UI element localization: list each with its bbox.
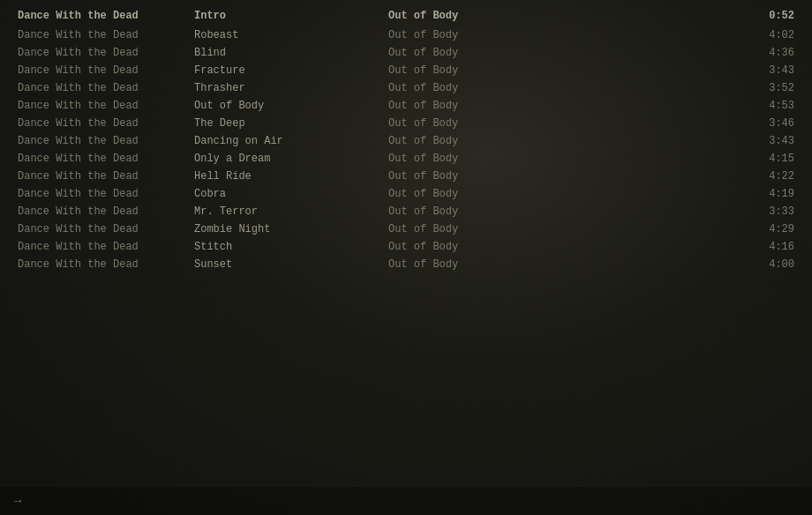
track-duration: 4:29: [741, 222, 794, 236]
track-album: Out of Body: [388, 46, 741, 60]
track-list: Dance With the Dead Intro Out of Body 0:…: [0, 0, 812, 280]
track-duration: 4:02: [741, 28, 794, 42]
track-title: Mr. Terror: [194, 205, 388, 219]
track-duration: 4:53: [741, 99, 794, 113]
track-title: The Deep: [194, 116, 388, 131]
track-row[interactable]: Dance With the Dead Mr. Terror Out of Bo…: [0, 203, 812, 220]
track-row[interactable]: Dance With the Dead Zombie Night Out of …: [0, 220, 812, 238]
bottom-bar: →: [0, 487, 812, 515]
track-artist: Dance With the Dead: [18, 169, 194, 183]
track-title: Blind: [194, 46, 388, 60]
track-row[interactable]: Dance With the Dead Out of Body Out of B…: [0, 97, 812, 115]
track-duration: 3:33: [741, 205, 794, 219]
track-artist: Dance With the Dead: [18, 152, 194, 166]
track-title: Out of Body: [194, 99, 388, 113]
arrow-icon: →: [14, 494, 21, 508]
track-artist: Dance With the Dead: [18, 134, 194, 148]
track-album: Out of Body: [388, 152, 741, 166]
track-row[interactable]: Dance With the Dead The Deep Out of Body…: [0, 115, 812, 132]
track-title: Fracture: [194, 63, 388, 78]
header-duration: 0:52: [741, 9, 794, 23]
track-row[interactable]: Dance With the Dead Only a Dream Out of …: [0, 150, 812, 168]
header-artist: Dance With the Dead: [18, 9, 194, 23]
track-title: Stitch: [194, 240, 388, 254]
track-album: Out of Body: [388, 169, 741, 183]
track-artist: Dance With the Dead: [18, 63, 194, 78]
track-album: Out of Body: [388, 240, 741, 254]
track-album: Out of Body: [388, 258, 741, 272]
track-album: Out of Body: [388, 99, 741, 113]
track-duration: 3:52: [741, 81, 794, 95]
track-artist: Dance With the Dead: [18, 187, 194, 201]
track-row[interactable]: Dance With the Dead Stitch Out of Body 4…: [0, 238, 812, 256]
track-row[interactable]: Dance With the Dead Thrasher Out of Body…: [0, 79, 812, 97]
track-artist: Dance With the Dead: [18, 99, 194, 113]
track-title: Robeast: [194, 28, 388, 42]
track-album: Out of Body: [388, 81, 741, 95]
track-duration: 4:19: [741, 187, 794, 201]
track-artist: Dance With the Dead: [18, 116, 194, 131]
header-title: Intro: [194, 9, 388, 23]
track-row[interactable]: Dance With the Dead Sunset Out of Body 4…: [0, 256, 812, 273]
track-duration: 4:36: [741, 46, 794, 60]
track-artist: Dance With the Dead: [18, 222, 194, 236]
track-artist: Dance With the Dead: [18, 28, 194, 42]
track-duration: 4:15: [741, 152, 794, 166]
track-duration: 4:00: [741, 258, 794, 272]
track-artist: Dance With the Dead: [18, 258, 194, 272]
track-row[interactable]: Dance With the Dead Cobra Out of Body 4:…: [0, 185, 812, 203]
track-title: Only a Dream: [194, 152, 388, 166]
track-row[interactable]: Dance With the Dead Fracture Out of Body…: [0, 62, 812, 79]
track-duration: 3:43: [741, 63, 794, 78]
track-album: Out of Body: [388, 28, 741, 42]
track-row[interactable]: Dance With the Dead Robeast Out of Body …: [0, 26, 812, 44]
track-duration: 4:22: [741, 169, 794, 183]
track-album: Out of Body: [388, 116, 741, 131]
track-duration: 3:43: [741, 134, 794, 148]
track-album: Out of Body: [388, 205, 741, 219]
track-title: Thrasher: [194, 81, 388, 95]
track-album: Out of Body: [388, 63, 741, 78]
track-title: Cobra: [194, 187, 388, 201]
track-list-header: Dance With the Dead Intro Out of Body 0:…: [0, 7, 812, 25]
track-row[interactable]: Dance With the Dead Hell Ride Out of Bod…: [0, 168, 812, 185]
track-title: Zombie Night: [194, 222, 388, 236]
track-row[interactable]: Dance With the Dead Dancing on Air Out o…: [0, 132, 812, 150]
track-duration: 4:16: [741, 240, 794, 254]
track-title: Sunset: [194, 258, 388, 272]
track-duration: 3:46: [741, 116, 794, 131]
track-title: Dancing on Air: [194, 134, 388, 148]
track-artist: Dance With the Dead: [18, 81, 194, 95]
track-album: Out of Body: [388, 134, 741, 148]
header-album: Out of Body: [388, 9, 741, 23]
track-album: Out of Body: [388, 187, 741, 201]
track-artist: Dance With the Dead: [18, 46, 194, 60]
track-album: Out of Body: [388, 222, 741, 236]
track-row[interactable]: Dance With the Dead Blind Out of Body 4:…: [0, 44, 812, 62]
track-artist: Dance With the Dead: [18, 205, 194, 219]
track-title: Hell Ride: [194, 169, 388, 183]
track-artist: Dance With the Dead: [18, 240, 194, 254]
